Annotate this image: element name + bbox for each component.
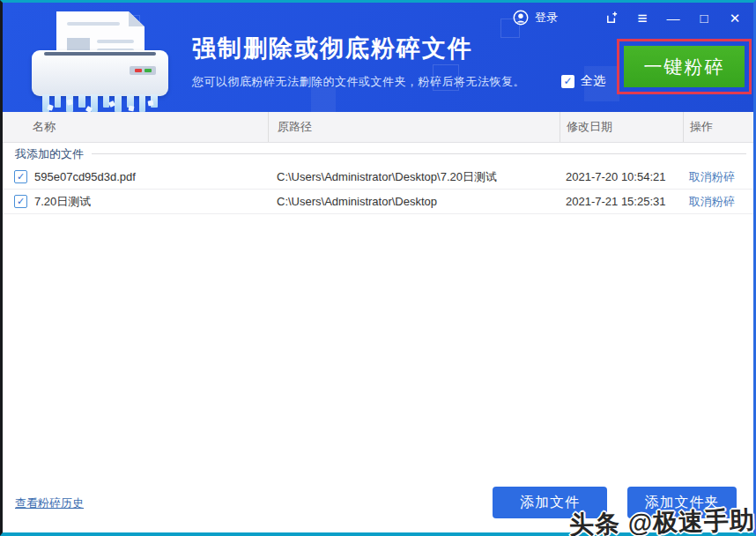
popup-window-icon[interactable] [604, 10, 619, 26]
column-header-action: 操作 [683, 112, 753, 142]
cancel-shred-link[interactable]: 取消粉碎 [689, 169, 735, 185]
table-row: ✓ 595e07cd95d3d.pdf C:\Users\Administrat… [3, 165, 753, 190]
checkbox-checked-icon[interactable]: ✓ [561, 75, 574, 88]
file-modified-date: 2021-7-21 15:25:31 [560, 195, 683, 208]
table-row: ✓ 7.20日测试 C:\Users\Administrator\Desktop… [3, 190, 753, 214]
file-modified-date: 2021-7-20 10:54:21 [560, 170, 683, 183]
select-all-label: 全选 [581, 73, 605, 89]
add-folder-button[interactable]: 添加文件夹 [627, 487, 737, 518]
footer-bar: 查看粉碎历史 添加文件 添加文件夹 [3, 476, 753, 532]
login-button[interactable]: 登录 [513, 10, 558, 26]
column-header-path: 原路径 [268, 112, 560, 142]
page-title: 强制删除或彻底粉碎文件 [192, 33, 525, 64]
file-name: 595e07cd95d3d.pdf [34, 170, 136, 183]
section-my-added-files: 我添加的文件 [3, 143, 753, 165]
page-subtitle: 您可以彻底粉碎无法删除的文件或文件夹，粉碎后将无法恢复。 [192, 74, 525, 90]
maximize-icon[interactable]: □ [696, 10, 712, 26]
user-avatar-icon [513, 10, 529, 26]
table-header: 名称 原路径 修改日期 操作 [3, 112, 753, 143]
login-label: 登录 [535, 10, 558, 26]
app-window: 强制删除或彻底粉碎文件 您可以彻底粉碎无法删除的文件或文件夹，粉碎后将无法恢复。… [0, 0, 756, 536]
section-label: 我添加的文件 [15, 146, 84, 162]
menu-icon[interactable]: ≡ [634, 10, 650, 26]
cancel-shred-link[interactable]: 取消粉碎 [689, 194, 735, 210]
shredder-led-indicator [130, 66, 156, 75]
section-divider [92, 153, 746, 154]
row-checkbox[interactable]: ✓ [14, 195, 27, 208]
shredder-illustration [32, 4, 168, 112]
column-header-modified: 修改日期 [560, 112, 683, 142]
add-file-button[interactable]: 添加文件 [493, 487, 607, 518]
close-icon[interactable]: ✕ [727, 10, 743, 26]
header-decoration [311, 87, 336, 112]
column-header-name: 名称 [3, 112, 268, 142]
one-click-shred-button[interactable]: 一键粉碎 [624, 46, 745, 87]
shredded-strips-graphic [42, 94, 158, 112]
shredder-body-graphic [32, 50, 168, 96]
minimize-icon[interactable]: ― [665, 10, 681, 26]
file-path: C:\Users\Administrator\Desktop\7.20日测试 [268, 169, 560, 185]
empty-list-area [3, 214, 753, 476]
file-path: C:\Users\Administrator\Desktop [268, 195, 560, 208]
app-header: 强制删除或彻底粉碎文件 您可以彻底粉碎无法删除的文件或文件夹，粉碎后将无法恢复。… [3, 3, 753, 112]
select-all-checkbox[interactable]: ✓ 全选 [561, 73, 605, 89]
red-highlight-annotation: 一键粉碎 [617, 39, 752, 94]
file-name: 7.20日测试 [34, 194, 91, 210]
row-checkbox[interactable]: ✓ [14, 170, 27, 183]
view-shred-history-link[interactable]: 查看粉碎历史 [15, 495, 84, 511]
